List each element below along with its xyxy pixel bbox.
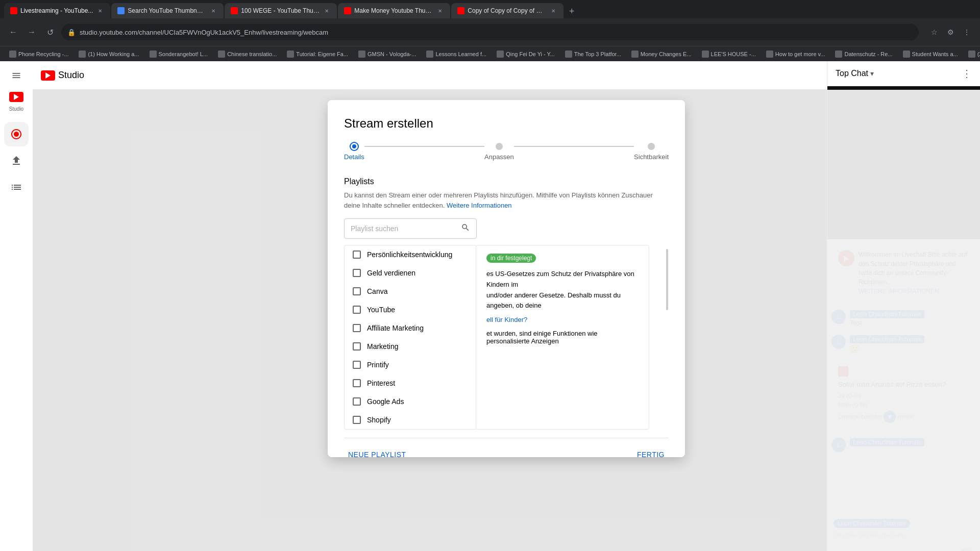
- tab-close-3[interactable]: ✕: [323, 7, 331, 15]
- playlist-item-marketing[interactable]: Marketing: [345, 337, 476, 356]
- sidebar-item-content[interactable]: [4, 175, 29, 199]
- sidebar-item-upload[interactable]: [4, 148, 29, 173]
- step-dot-details: [351, 143, 358, 150]
- reload-button[interactable]: ↺: [43, 25, 57, 39]
- bookmark-4[interactable]: Chinese translatio...: [215, 49, 280, 59]
- bookmark-2[interactable]: (1) How Working a...: [76, 49, 142, 59]
- playlist-name-canva: Canva: [367, 287, 387, 295]
- playlist-item-persoenlichkeit[interactable]: Persönlichkeitsentwicklung: [345, 245, 476, 264]
- checkbox-geld[interactable]: [353, 269, 361, 277]
- bookmark-5[interactable]: Tutorial: Eigene Fa...: [284, 49, 351, 59]
- sidebar-logo[interactable]: [9, 88, 23, 106]
- bookmark-icon-6: [358, 51, 365, 58]
- browser-menu-button[interactable]: ⋮: [960, 25, 974, 39]
- bookmark-label-6: GMSN - Vologda-...: [368, 51, 416, 57]
- tab-label-3: 100 WEGE - YouTube Thumb...: [241, 7, 320, 14]
- bookmark-10[interactable]: Money Changes E...: [628, 49, 695, 59]
- checkbox-canva[interactable]: [353, 287, 361, 295]
- checkbox-affiliate[interactable]: [353, 324, 361, 332]
- bookmark-6[interactable]: GMSN - Vologda-...: [355, 49, 419, 59]
- new-tab-button[interactable]: +: [565, 4, 579, 18]
- bookmark-12[interactable]: How to get more v...: [763, 49, 828, 59]
- weitere-informationen-link[interactable]: Weitere Informationen: [447, 202, 512, 209]
- checkbox-marketing[interactable]: [353, 342, 361, 350]
- chevron-down-icon[interactable]: ▾: [870, 69, 874, 78]
- tab-label-4: Make Money Youtube Thumb...: [354, 7, 433, 14]
- bookmark-label-1: Phone Recycling -...: [18, 51, 68, 57]
- tab-close-1[interactable]: ✕: [96, 7, 104, 15]
- bookmark-icon-8: [497, 51, 504, 58]
- header-logo[interactable]: Studio: [41, 70, 84, 81]
- chat-header: Top Chat ▾ ⋮: [827, 61, 980, 86]
- sidebar-item-live[interactable]: [4, 122, 29, 146]
- tab-favicon-4: [344, 7, 351, 14]
- step-connector-2: [514, 146, 634, 147]
- dialog-overlay: Stream erstellen Details Anpassen: [33, 90, 980, 551]
- address-bar[interactable]: 🔒 studio.youtube.com/channel/UCIa5FWVnOg…: [61, 24, 919, 40]
- bookmark-9[interactable]: The Top 3 Platfor...: [562, 49, 624, 59]
- forward-button[interactable]: →: [24, 25, 39, 39]
- checkbox-shopify[interactable]: [353, 416, 361, 424]
- bookmark-14[interactable]: Student Wants a...: [900, 49, 961, 59]
- checkbox-pinterest[interactable]: [353, 379, 361, 387]
- studio-header-title: Studio: [58, 70, 84, 81]
- checkbox-printify[interactable]: [353, 361, 361, 369]
- tab-close-5[interactable]: ✕: [549, 7, 557, 15]
- checkbox-youtube[interactable]: [353, 306, 361, 314]
- bookmark-11[interactable]: LEE'S HOUSE -...: [699, 49, 759, 59]
- chat-more-button[interactable]: ⋮: [962, 67, 972, 80]
- play-triangle: [45, 72, 51, 79]
- bookmark-label-4: Chinese translatio...: [227, 51, 277, 57]
- dialog-actions: NEUE PLAYLIST FERTIG: [344, 438, 669, 457]
- bookmark-label-8: Qing Fei De Yi - Y...: [506, 51, 555, 57]
- playlist-name-marketing: Marketing: [367, 342, 398, 350]
- bookmark-8[interactable]: Qing Fei De Yi - Y...: [494, 49, 558, 59]
- tab-close-4[interactable]: ✕: [436, 7, 444, 15]
- bookmark-3[interactable]: Sonderangebot! L...: [146, 49, 211, 59]
- bookmark-1[interactable]: Phone Recycling -...: [6, 49, 71, 59]
- playlists-description: Du kannst den Stream einer oder mehreren…: [344, 190, 669, 210]
- overlay-link[interactable]: ell für Kinder?: [486, 316, 527, 323]
- playlists-title: Playlists: [344, 177, 669, 186]
- playlist-item-printify[interactable]: Printify: [345, 356, 476, 374]
- tab-active[interactable]: Livestreaming - YouTube... ✕: [4, 3, 110, 18]
- browser-actions: ☆ ⚙ ⋮: [927, 25, 974, 39]
- chat-title: Top Chat ▾: [836, 69, 874, 78]
- playlist-item-youtube[interactable]: YouTube: [345, 300, 476, 319]
- bookmark-icon-7: [426, 51, 433, 58]
- header-yt-icon: [41, 70, 55, 81]
- tab-3[interactable]: 100 WEGE - YouTube Thumb... ✕: [225, 3, 337, 18]
- tab-5[interactable]: Copy of Copy of Copy of Co... ✕: [451, 3, 564, 18]
- checkbox-googleads[interactable]: [353, 397, 361, 406]
- step-label-anpassen: Anpassen: [484, 153, 514, 161]
- bookmark-icon-2: [79, 51, 86, 58]
- tab-close-2[interactable]: ✕: [209, 7, 217, 15]
- tab-favicon-5: [457, 7, 464, 14]
- sidebar-menu-button[interactable]: [6, 65, 27, 86]
- checkbox-persoenlichkeit[interactable]: [353, 251, 361, 259]
- playlist-item-canva[interactable]: Canva: [345, 282, 476, 300]
- playlist-item-geld[interactable]: Geld verdienen: [345, 264, 476, 282]
- playlist-item-pinterest[interactable]: Pinterest: [345, 374, 476, 392]
- bookmark-15[interactable]: (2) How To Add A...: [965, 49, 980, 59]
- tab-bar: Livestreaming - YouTube... ✕ Search YouT…: [0, 0, 980, 18]
- back-button[interactable]: ←: [6, 25, 20, 39]
- bookmark-label-2: (1) How Working a...: [88, 51, 139, 57]
- step-anpassen: Anpassen: [484, 143, 514, 161]
- playlist-item-googleads[interactable]: Google Ads: [345, 392, 476, 411]
- address-bar-row: ← → ↺ 🔒 studio.youtube.com/channel/UCIa5…: [0, 18, 980, 46]
- fertig-button[interactable]: FERTIG: [633, 446, 669, 457]
- bookmark-star-button[interactable]: ☆: [927, 25, 941, 39]
- playlist-search-icon[interactable]: [461, 223, 470, 234]
- playlist-item-affiliate[interactable]: Affiliate Marketing: [345, 319, 476, 337]
- neue-playlist-button[interactable]: NEUE PLAYLIST: [344, 446, 410, 457]
- playlist-search-input[interactable]: [351, 224, 457, 233]
- playlist-item-shopify[interactable]: Shopify: [345, 411, 476, 429]
- tab-4[interactable]: Make Money Youtube Thumb... ✕: [338, 3, 450, 18]
- bookmark-7[interactable]: Lessons Learned f...: [423, 49, 489, 59]
- bookmark-icon-13: [835, 51, 842, 58]
- tab-2[interactable]: Search YouTube Thumbnail... ✕: [111, 3, 224, 18]
- extensions-button[interactable]: ⚙: [943, 25, 958, 39]
- bookmark-icon-14: [903, 51, 910, 58]
- bookmark-13[interactable]: Datenschutz - Re...: [832, 49, 895, 59]
